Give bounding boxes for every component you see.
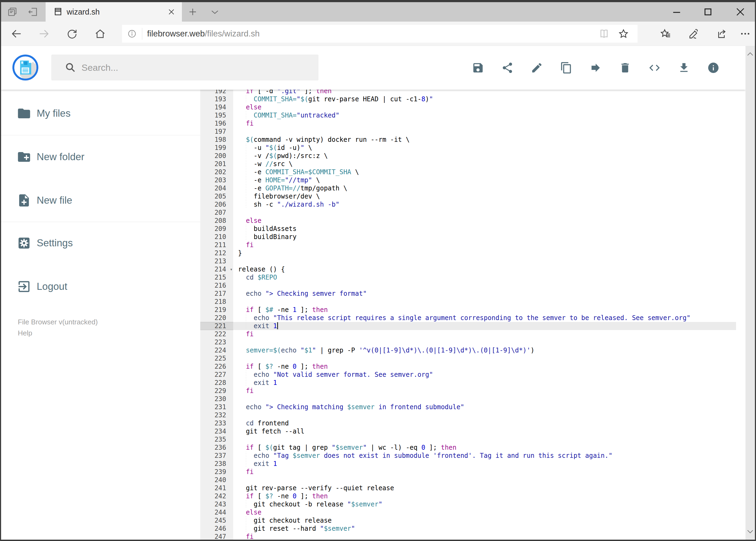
sidebar-item-my-files[interactable]: My files [1, 105, 200, 122]
line-number[interactable]: 201 [200, 160, 233, 168]
share-button[interactable] [501, 62, 514, 74]
code-line[interactable]: else [200, 217, 736, 225]
line-number[interactable]: 242 [200, 492, 233, 500]
code-line[interactable] [200, 435, 736, 443]
line-number[interactable]: 216 [200, 281, 233, 289]
line-number[interactable]: 245 [200, 516, 233, 525]
line-number[interactable]: 207 [200, 209, 233, 217]
share-icon[interactable] [716, 28, 727, 39]
line-number[interactable]: 225 [200, 354, 233, 362]
line-number[interactable]: 228 [200, 379, 233, 387]
restore-tabs-icon[interactable] [28, 6, 38, 17]
line-number[interactable]: 232 [200, 411, 233, 419]
code-line[interactable]: echo "> Checking semver format" [200, 289, 736, 297]
hub-favorites-icon[interactable] [660, 28, 671, 39]
tab-close-icon[interactable] [167, 8, 175, 16]
code-line[interactable]: git checkout -b release "$semver" [200, 500, 736, 508]
code-line[interactable]: sh -c "./wizard.sh -b" [200, 201, 736, 209]
sidebar-item-new-folder[interactable]: New folder [1, 148, 200, 166]
line-number[interactable]: 234 [200, 427, 233, 435]
page-scrollbar[interactable] [745, 46, 755, 540]
code-line[interactable] [200, 338, 736, 346]
code-line[interactable]: fi [200, 468, 736, 476]
code-line[interactable]: COMMIT_SHA="untracked" [200, 111, 736, 119]
line-number[interactable]: 198 [200, 136, 233, 144]
code-line[interactable]: if [ $# -ne 1 ]; then [200, 306, 736, 314]
home-icon[interactable] [95, 28, 106, 39]
code-line[interactable] [200, 209, 736, 217]
sidebar-item-logout[interactable]: Logout [1, 277, 200, 295]
code-line[interactable]: -e COMMIT_SHA=$COMMIT_SHA \ [200, 168, 736, 176]
line-number[interactable]: 199 [200, 144, 233, 152]
scroll-up-icon[interactable] [746, 51, 754, 57]
web-note-pen-icon[interactable] [688, 28, 699, 39]
line-number[interactable]: 197 [200, 128, 233, 136]
code-line[interactable]: fi [200, 533, 736, 540]
code-line[interactable]: -u "$(id -u)" \ [200, 144, 736, 152]
active-tab[interactable]: wizard.sh [46, 2, 182, 22]
search-input[interactable] [81, 62, 309, 73]
line-number[interactable]: 235 [200, 435, 233, 443]
line-number[interactable]: 240 [200, 476, 233, 484]
code-line[interactable]: fi [200, 119, 736, 128]
code-line[interactable]: git checkout release [200, 516, 736, 525]
info-button[interactable] [707, 62, 720, 74]
favorite-star-icon[interactable] [618, 28, 629, 39]
line-number[interactable]: 236 [200, 443, 233, 452]
code-line[interactable] [200, 354, 736, 362]
line-number[interactable]: 247 [200, 533, 233, 540]
code-line[interactable]: git reset --hard "$semver" [200, 525, 736, 533]
back-icon[interactable] [11, 28, 22, 39]
code-editor[interactable]: if [ -d ".git" ]; then COMMIT_SHA="$(git… [200, 90, 736, 540]
line-number[interactable]: 223 [200, 338, 233, 346]
tabs-aside-icon[interactable] [7, 6, 18, 17]
code-line[interactable]: echo "Not valid semver format. See semve… [200, 370, 736, 379]
sidebar-item-settings[interactable]: Settings [1, 234, 200, 252]
line-number[interactable]: 203 [200, 176, 233, 184]
line-number[interactable]: 204 [200, 184, 233, 192]
code-line[interactable]: if [ $? -ne 0 ]; then [200, 362, 736, 370]
site-info-icon[interactable] [127, 29, 136, 38]
code-line[interactable]: -e GOPATH=//tmp/gopath \ [200, 184, 736, 192]
line-number[interactable]: 226 [200, 362, 233, 370]
line-number[interactable]: 229 [200, 387, 233, 395]
refresh-icon[interactable] [66, 28, 78, 39]
line-number[interactable]: 222 [200, 330, 233, 338]
line-number[interactable]: 192 [200, 90, 233, 95]
code-line[interactable]: semver=$(echo "$1" | grep -P '^v(0|[1-9]… [200, 346, 736, 354]
line-number[interactable]: 239 [200, 468, 233, 476]
line-number[interactable]: 218 [200, 297, 233, 306]
line-number[interactable]: 196 [200, 119, 233, 128]
code-line[interactable]: filebrowser/dev \ [200, 192, 736, 201]
code-line[interactable]: else [200, 508, 736, 516]
close-button[interactable] [734, 6, 746, 18]
code-line[interactable]: exit 1 [200, 379, 736, 387]
line-number[interactable]: 220 [200, 314, 233, 322]
code-line[interactable]: fi [200, 387, 736, 395]
fold-arrow-icon[interactable]: ▾ [230, 265, 233, 273]
code-line[interactable]: -e HOME="//tmp" \ [200, 176, 736, 184]
code-line[interactable] [200, 128, 736, 136]
tab-preview-chevron-icon[interactable] [210, 8, 219, 16]
line-number[interactable]: 209 [200, 225, 233, 233]
code-line[interactable]: fi [200, 241, 736, 249]
line-number[interactable]: 241 [200, 484, 233, 492]
code-line[interactable]: exit 1 [200, 460, 736, 468]
code-line[interactable]: buildBinary [200, 233, 736, 241]
line-number[interactable]: 244 [200, 508, 233, 516]
code-line[interactable]: echo "This release script requires a sin… [200, 314, 736, 322]
code-line[interactable]: -v /$(pwd):/src:z \ [200, 152, 736, 160]
more-options-icon[interactable] [740, 28, 751, 39]
line-number[interactable]: 217 [200, 289, 233, 297]
code-line[interactable] [200, 395, 736, 403]
line-number[interactable]: 205 [200, 192, 233, 201]
copy-button[interactable] [560, 62, 573, 74]
code-line[interactable]: buildAssets [200, 225, 736, 233]
code-line[interactable]: COMMIT_SHA="$(git rev-parse HEAD | cut -… [200, 95, 736, 103]
code-view-button[interactable] [648, 62, 661, 74]
code-line[interactable]: echo "Tag $semver does not exist in subm… [200, 452, 736, 460]
edit-button[interactable] [531, 62, 543, 74]
minimize-button[interactable] [671, 6, 682, 18]
line-number[interactable]: 206 [200, 201, 233, 209]
line-number[interactable]: 208 [200, 217, 233, 225]
